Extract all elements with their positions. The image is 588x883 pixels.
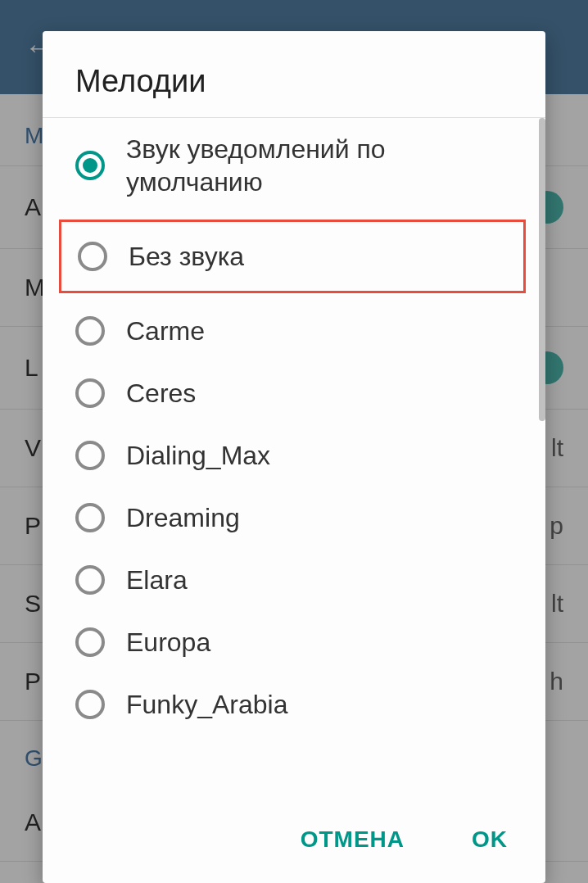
- radio-unselected-icon: [75, 627, 105, 657]
- radio-label: Dialing_Max: [126, 439, 270, 472]
- dialog-scroll-content[interactable]: Звук уведомлений по умолчанию Без звука …: [43, 118, 545, 800]
- radio-option-elara[interactable]: Elara: [43, 549, 545, 611]
- radio-selected-icon: [75, 151, 105, 180]
- radio-unselected-icon: [75, 690, 105, 719]
- radio-label: Carme: [126, 315, 205, 347]
- dialog-actions: ОТМЕНА OK: [43, 800, 545, 883]
- radio-option-dreaming[interactable]: Dreaming: [43, 487, 545, 549]
- radio-option-ceres[interactable]: Ceres: [43, 362, 545, 424]
- radio-option-carme[interactable]: Carme: [43, 300, 545, 362]
- radio-option-silent[interactable]: Без звука: [59, 220, 526, 293]
- radio-label: Звук уведомлений по умолчанию: [126, 133, 513, 198]
- dialog-title: Мелодии: [43, 31, 545, 118]
- radio-unselected-icon: [75, 378, 105, 408]
- radio-label: Europa: [126, 626, 210, 659]
- radio-unselected-icon: [75, 316, 105, 346]
- radio-label: Elara: [126, 564, 188, 596]
- radio-option-dialing-max[interactable]: Dialing_Max: [43, 424, 545, 487]
- radio-label: Dreaming: [126, 501, 240, 534]
- radio-unselected-icon: [75, 565, 105, 595]
- radio-option-europa[interactable]: Europa: [43, 611, 545, 673]
- radio-label: Funky_Arabia: [126, 688, 287, 721]
- radio-option-funky-arabia[interactable]: Funky_Arabia: [43, 673, 545, 736]
- cancel-button[interactable]: ОТМЕНА: [287, 817, 418, 863]
- ringtone-dialog: Мелодии Звук уведомлений по умолчанию Бе…: [43, 31, 545, 883]
- radio-unselected-icon: [75, 441, 105, 470]
- radio-unselected-icon: [78, 242, 107, 271]
- radio-label: Ceres: [126, 377, 196, 410]
- radio-label: Без звука: [129, 240, 244, 273]
- radio-option-default[interactable]: Звук уведомлений по умолчанию: [43, 118, 545, 213]
- scrollbar-icon[interactable]: [539, 118, 545, 421]
- ok-button[interactable]: OK: [459, 817, 521, 863]
- radio-unselected-icon: [75, 503, 105, 532]
